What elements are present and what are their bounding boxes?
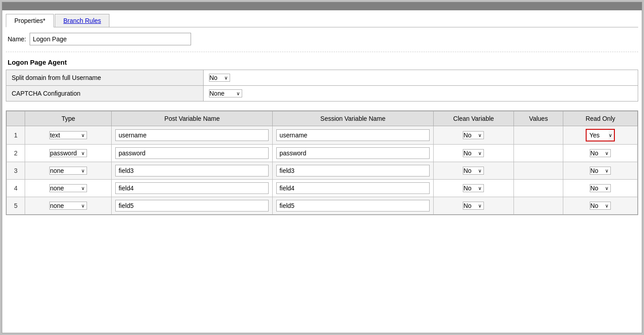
row-1-read-only-cell: YesNo∨ [563, 126, 638, 145]
name-label: Name: [8, 35, 26, 43]
col-header-read-only: Read Only [563, 111, 638, 126]
row-2-read-only-select[interactable]: YesNo [590, 149, 611, 157]
split-domain-select-wrapper: No Yes [209, 74, 230, 82]
row-4-session-var-input[interactable] [276, 182, 430, 194]
row-4-clean-wrapper: NoYes [463, 184, 484, 192]
top-bar [2, 2, 642, 10]
col-header-type: Type [25, 111, 112, 126]
col-header-clean-var: Clean Variable [433, 111, 513, 126]
row-4-clean-var-cell: NoYes [433, 180, 513, 197]
col-header-values: Values [514, 111, 563, 126]
row-4-num: 4 [7, 180, 25, 197]
row-3-type-cell: textpasswordnone [25, 162, 112, 180]
name-input[interactable] [30, 33, 191, 45]
captcha-value: None Option1 Option2 [204, 86, 638, 101]
row-2-values-cell [514, 145, 563, 162]
row-1-post-var-input[interactable] [115, 129, 269, 141]
row-4-type-select[interactable]: textpasswordnone [49, 184, 87, 192]
captcha-label: CAPTCHA Configuration [6, 86, 204, 101]
row-1-type-cell: textpasswordnone [25, 126, 112, 145]
table-row: 3textpasswordnoneNoYesYesNo [7, 162, 638, 180]
row-3-session-var-input[interactable] [276, 165, 430, 176]
row-2-type-wrapper: textpasswordnone [49, 149, 87, 157]
row-2-session-var-input[interactable] [276, 147, 430, 159]
col-header-post-var: Post Variable Name [112, 111, 273, 126]
tab-properties[interactable]: Properties* [6, 14, 54, 27]
row-5-session-var-input[interactable] [276, 200, 430, 212]
row-5-type-select[interactable]: textpasswordnone [49, 202, 87, 210]
row-5-num: 5 [7, 197, 25, 215]
row-5-read-only-wrapper: YesNo [590, 202, 611, 210]
row-3-read-only-wrapper: YesNo [590, 167, 611, 175]
agent-config-table: Split domain from full Username No Yes C… [6, 70, 638, 101]
row-2-clean-select[interactable]: NoYes [463, 149, 484, 157]
row-2-read-only-wrapper: YesNo [590, 149, 611, 157]
row-1-values-cell [514, 126, 563, 145]
row-4-post-var-input[interactable] [115, 182, 269, 194]
section-divider-1 [6, 52, 638, 52]
split-domain-select[interactable]: No Yes [209, 74, 230, 82]
row-4-values-cell [514, 180, 563, 197]
row-1-read-only-highlight: YesNo∨ [586, 129, 615, 141]
row-4-clean-select[interactable]: NoYes [463, 184, 484, 192]
table-row: 1textpasswordnoneNoYesYesNo∨ [7, 126, 638, 145]
main-container: Properties* Branch Rules Name: Logon Pag… [2, 2, 642, 333]
row-4-read-only-wrapper: YesNo [590, 184, 611, 192]
row-3-values-cell [514, 162, 563, 180]
row-3-post-var-cell [112, 162, 273, 180]
row-1-clean-wrapper: NoYes [463, 131, 484, 139]
row-2-clean-var-cell: NoYes [433, 145, 513, 162]
row-1-read-only-select[interactable]: YesNo [587, 130, 609, 141]
row-1-type-wrapper: textpasswordnone [49, 131, 87, 139]
row-5-session-var-cell [273, 197, 434, 215]
row-2-post-var-input[interactable] [115, 147, 269, 159]
table-row: 4textpasswordnoneNoYesYesNo [7, 180, 638, 197]
col-header-rownum [7, 111, 25, 126]
row-2-read-only-cell: YesNo [563, 145, 638, 162]
col-header-session-var: Session Variable Name [273, 111, 434, 126]
row-5-post-var-input[interactable] [115, 200, 269, 212]
row-5-read-only-cell: YesNo [563, 197, 638, 215]
table-header-row: Type Post Variable Name Session Variable… [7, 111, 638, 126]
row-5-clean-select[interactable]: NoYes [463, 202, 484, 210]
split-domain-label: Split domain from full Username [6, 70, 204, 86]
captcha-select[interactable]: None Option1 Option2 [209, 89, 242, 97]
row-2-num: 2 [7, 145, 25, 162]
row-3-read-only-select[interactable]: YesNo [590, 167, 611, 175]
row-2-clean-wrapper: NoYes [463, 149, 484, 157]
row-5-type-wrapper: textpasswordnone [49, 202, 87, 210]
row-3-clean-var-cell: NoYes [433, 162, 513, 180]
agent-row-split-domain: Split domain from full Username No Yes [6, 70, 638, 86]
table-row: 5textpasswordnoneNoYesYesNo [7, 197, 638, 215]
row-1-clean-select[interactable]: NoYes [463, 131, 484, 139]
row-4-read-only-select[interactable]: YesNo [590, 184, 611, 192]
row-5-type-cell: textpasswordnone [25, 197, 112, 215]
row-2-session-var-cell [273, 145, 434, 162]
agent-section-title: Logon Page Agent [6, 58, 638, 66]
table-row: 2textpasswordnoneNoYesYesNo [7, 145, 638, 162]
row-3-clean-select[interactable]: NoYes [463, 167, 484, 175]
tab-branch-rules[interactable]: Branch Rules [55, 14, 109, 27]
row-1-clean-var-cell: NoYes [433, 126, 513, 145]
row-4-read-only-cell: YesNo [563, 180, 638, 197]
row-5-clean-wrapper: NoYes [463, 202, 484, 210]
data-table: Type Post Variable Name Session Variable… [6, 111, 638, 215]
row-5-read-only-select[interactable]: YesNo [590, 202, 611, 210]
row-1-session-var-cell [273, 126, 434, 145]
row-1-type-select[interactable]: textpasswordnone [49, 131, 87, 139]
row-4-type-cell: textpasswordnone [25, 180, 112, 197]
row-4-type-wrapper: textpasswordnone [49, 184, 87, 192]
captcha-select-wrapper: None Option1 Option2 [209, 89, 242, 97]
row-3-session-var-cell [273, 162, 434, 180]
name-row: Name: [6, 33, 638, 45]
row-3-num: 3 [7, 162, 25, 180]
agent-row-captcha: CAPTCHA Configuration None Option1 Optio… [6, 86, 638, 101]
row-2-type-cell: textpasswordnone [25, 145, 112, 162]
tabs-row: Properties* Branch Rules [6, 14, 638, 27]
row-3-type-select[interactable]: textpasswordnone [49, 167, 87, 175]
row-3-post-var-input[interactable] [115, 165, 269, 176]
row-1-num: 1 [7, 126, 25, 145]
row-1-session-var-input[interactable] [276, 129, 430, 141]
row-3-type-wrapper: textpasswordnone [49, 167, 87, 175]
row-2-type-select[interactable]: textpasswordnone [49, 149, 87, 157]
